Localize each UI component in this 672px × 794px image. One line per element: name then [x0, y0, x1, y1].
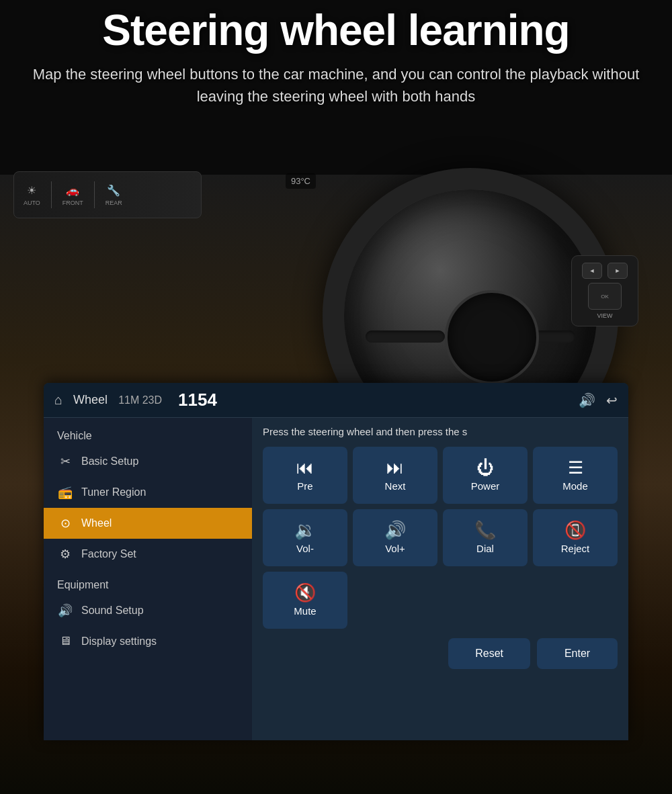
control-button-grid-row2: 🔉 Vol- 🔊 Vol+ 📞 Dial [263, 509, 618, 566]
enter-button[interactable]: Enter [537, 638, 618, 669]
dial-button[interactable]: 📞 Dial [443, 509, 528, 566]
sidebar-item-display-settings[interactable]: 🖥 Display settings [44, 626, 252, 656]
tuner-icon: 📻 [57, 485, 73, 500]
page-subtitle: Map the steering wheel buttons to the ca… [13, 63, 659, 107]
wrench-icon: ✂ [57, 454, 73, 469]
panel-sidebar: Vehicle ✂ Basic Setup 📻 Tuner Region ⊙ W… [44, 418, 252, 740]
auto-label: AUTO [24, 200, 40, 206]
front-icon: 🚗 [66, 184, 79, 197]
power-label: Power [471, 480, 500, 492]
dash-divider2 [94, 181, 95, 208]
vol-plus-icon: 🔊 [384, 521, 406, 539]
dashboard-bar: ☀ AUTO 🚗 FRONT 🔧 REAR [13, 171, 202, 218]
reject-label: Reject [561, 543, 590, 554]
sidebar-item-factory-set[interactable]: ⚙ Factory Set [44, 539, 252, 570]
sound-icon[interactable]: 🔊 [579, 392, 595, 408]
wheel-icon: ⊙ [57, 516, 73, 531]
temp-display: 93°C [286, 173, 316, 189]
panel-title: Wheel [73, 393, 108, 407]
panel-main-content: Press the steering wheel and then press … [252, 418, 628, 740]
sidebar-section-equipment: Equipment [44, 570, 252, 595]
reject-icon: 📵 [564, 521, 586, 539]
dial-label: Dial [476, 543, 494, 554]
next-icon: ⏭ [386, 459, 404, 476]
control-button-grid-row1: ⏮ Pre ⏭ Next ⏻ Power [263, 447, 618, 504]
panel-header: ⌂ Wheel 11M 23D 1154 🔊 ↩ [44, 383, 628, 418]
page: Steering wheel learning Map the steering… [0, 0, 672, 794]
dash-rear: 🔧 REAR [106, 184, 122, 206]
mute-icon: 🔇 [294, 584, 316, 601]
sidebar-item-basic-setup[interactable]: ✂ Basic Setup [44, 446, 252, 477]
reject-button[interactable]: 📵 Reject [533, 509, 618, 566]
sw-hub [445, 290, 539, 384]
page-title: Steering wheel learning [13, 7, 659, 54]
rear-icon: 🔧 [107, 184, 120, 197]
mode-label: Mode [562, 480, 588, 492]
vol-minus-icon: 🔉 [294, 521, 316, 539]
mute-button[interactable]: 🔇 Mute [263, 572, 347, 629]
sw-next-btn: ► [607, 263, 628, 279]
rear-label: REAR [106, 200, 122, 206]
power-button[interactable]: ⏻ Power [443, 447, 528, 504]
panel-instruction: Press the steering wheel and then press … [263, 426, 618, 437]
next-button[interactable]: ⏭ Next [353, 447, 437, 504]
sidebar-label-display-settings: Display settings [81, 635, 157, 648]
sidebar-section-vehicle: Vehicle [44, 425, 252, 446]
sw-ok-label: OK [601, 294, 609, 300]
sidebar-label-basic-setup: Basic Setup [81, 455, 138, 468]
vol-minus-button[interactable]: 🔉 Vol- [263, 509, 347, 566]
auto-icon: ☀ [27, 184, 36, 197]
sidebar-item-wheel[interactable]: ⊙ Wheel [44, 508, 252, 539]
vol-plus-label: Vol+ [385, 543, 405, 554]
pre-button[interactable]: ⏮ Pre [263, 447, 347, 504]
sidebar-label-sound-setup: Sound Setup [81, 605, 144, 617]
pre-icon: ⏮ [296, 459, 314, 476]
sidebar-label-factory-set: Factory Set [81, 548, 136, 560]
front-label: FRONT [62, 200, 83, 206]
control-button-grid-row3: 🔇 Mute [263, 572, 618, 629]
vol-plus-button[interactable]: 🔊 Vol+ [353, 509, 437, 566]
sw-view-label: VIEW [577, 312, 632, 319]
sidebar-label-tuner-region: Tuner Region [81, 486, 146, 498]
panel-body: Vehicle ✂ Basic Setup 📻 Tuner Region ⊙ W… [44, 418, 628, 740]
reset-button[interactable]: Reset [448, 638, 530, 669]
power-icon: ⏻ [476, 459, 494, 476]
hero-text-area: Steering wheel learning Map the steering… [0, 7, 672, 107]
mode-icon: ☰ [568, 459, 583, 476]
sound-setup-icon: 🔊 [57, 603, 73, 618]
dash-divider1 [51, 181, 52, 208]
panel-time: 1154 [178, 390, 217, 410]
sidebar-item-sound-setup[interactable]: 🔊 Sound Setup [44, 595, 252, 626]
sw-spoke-left [366, 330, 445, 343]
mute-label: Mute [294, 605, 316, 617]
back-icon[interactable]: ↩ [606, 392, 618, 408]
next-label: Next [385, 480, 406, 492]
home-icon[interactable]: ⌂ [54, 392, 62, 408]
display-icon: 🖥 [57, 634, 73, 648]
sw-prev-btn: ◄ [582, 263, 602, 279]
sidebar-item-tuner-region[interactable]: 📻 Tuner Region [44, 477, 252, 508]
dash-auto: ☀ AUTO [24, 184, 40, 206]
pre-label: Pre [297, 480, 312, 492]
panel-date: 11M 23D [118, 394, 162, 406]
mode-button[interactable]: ☰ Mode [533, 447, 618, 504]
factory-icon: ⚙ [57, 547, 73, 562]
dial-icon: 📞 [474, 521, 496, 539]
sidebar-label-wheel: Wheel [81, 517, 112, 529]
panel-actions: Reset Enter [263, 634, 618, 669]
dash-front: 🚗 FRONT [62, 184, 83, 206]
car-ui-inner: ⌂ Wheel 11M 23D 1154 🔊 ↩ Vehicle ✂ [44, 383, 628, 740]
vol-minus-label: Vol- [296, 543, 314, 554]
sw-nav-row: ◄ ► [577, 263, 632, 279]
hero-section: Steering wheel learning Map the steering… [0, 0, 672, 794]
sw-ok-btn: OK [588, 283, 622, 310]
sw-control-cluster: ◄ ► OK VIEW [571, 255, 638, 326]
